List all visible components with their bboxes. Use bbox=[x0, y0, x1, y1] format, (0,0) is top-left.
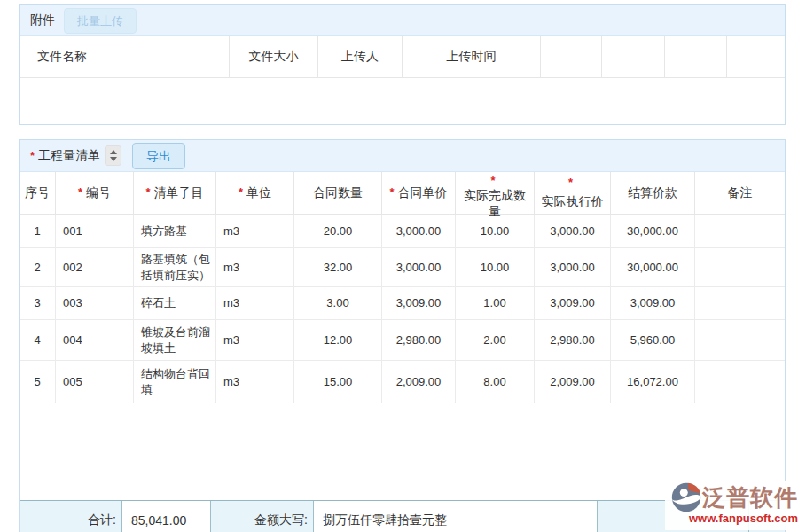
export-button[interactable]: 导出 bbox=[132, 143, 185, 169]
amount-in-words-label: 金额大写: bbox=[211, 501, 314, 532]
sort-spinner-control[interactable] bbox=[105, 145, 121, 166]
boq-column-header: 合同数量 bbox=[294, 172, 382, 214]
boq-table-row[interactable]: 1001填方路基m320.003,000.0010.003,000.0030,0… bbox=[20, 215, 785, 248]
boq-table-cell: m3 bbox=[216, 248, 294, 287]
boq-table-body: 1001填方路基m320.003,000.0010.003,000.0030,0… bbox=[20, 215, 785, 403]
batch-upload-button[interactable]: 批量上传 bbox=[64, 8, 137, 34]
required-asterisk: * bbox=[30, 149, 35, 162]
attachment-column-header: 上传时间 bbox=[403, 36, 541, 77]
boq-table-cell: 12.00 bbox=[294, 320, 382, 361]
boq-table-row[interactable]: 5005结构物台背回填m315.002,009.008.002,009.0016… bbox=[20, 361, 785, 403]
required-asterisk: * bbox=[490, 174, 495, 188]
boq-table-cell bbox=[695, 215, 785, 248]
boq-table-cell: 2,980.00 bbox=[535, 320, 611, 361]
page-left-edge bbox=[4, 0, 4, 532]
boq-table-cell: 3,000.00 bbox=[535, 248, 611, 287]
boq-column-header: *合同单价 bbox=[382, 172, 456, 214]
boq-table-cell: 3,009.00 bbox=[611, 287, 695, 320]
attachment-column-header: 文件大小 bbox=[230, 36, 318, 77]
boq-table-cell: 15.00 bbox=[294, 361, 382, 403]
required-asterisk: * bbox=[78, 185, 82, 200]
attachment-column-header bbox=[541, 36, 602, 77]
boq-column-header: *编号 bbox=[56, 172, 134, 214]
attachment-column-header bbox=[665, 36, 727, 77]
fanpu-logo-icon bbox=[670, 481, 702, 513]
boq-table-cell bbox=[695, 287, 785, 320]
vendor-brand-text: 泛普软件 bbox=[702, 485, 798, 511]
attachment-panel: 附件 批量上传 文件名称文件大小上传人上传时间 bbox=[19, 4, 786, 125]
boq-column-label: 结算价款 bbox=[628, 185, 677, 201]
boq-table-cell: 32.00 bbox=[294, 248, 382, 287]
amount-in-words-field[interactable]: 捌万伍仟零肆拾壹元整 bbox=[314, 501, 598, 532]
boq-table-cell bbox=[695, 361, 785, 403]
boq-column-label: 编号 bbox=[86, 185, 111, 201]
boq-table-cell: 30,000.00 bbox=[611, 215, 695, 248]
sort-down-icon[interactable] bbox=[110, 157, 117, 161]
boq-column-label: 实际执行价 bbox=[542, 194, 604, 210]
boq-table-cell: 30,000.00 bbox=[611, 248, 695, 287]
boq-table-header: 序号*编号*清单子目*单位合同数量*合同单价*实际完成数量*实际执行价结算价款备… bbox=[20, 172, 785, 215]
boq-table-cell: 3,009.00 bbox=[382, 287, 456, 320]
boq-table-cell: 5,960.00 bbox=[611, 320, 695, 361]
required-asterisk: * bbox=[389, 185, 394, 200]
boq-table-cell bbox=[695, 248, 785, 287]
boq-table-cell: 3,000.00 bbox=[535, 215, 611, 248]
boq-table-cell: 填方路基 bbox=[134, 215, 216, 248]
boq-table-cell: 锥坡及台前溜坡填土 bbox=[134, 320, 216, 361]
required-asterisk: * bbox=[568, 176, 573, 190]
boq-table-cell: 20.00 bbox=[294, 215, 382, 248]
vendor-watermark: 泛普软件 www.fanpusoft.com bbox=[665, 481, 798, 530]
total-value-field[interactable]: 85,041.00 bbox=[122, 501, 211, 532]
boq-table-cell: 002 bbox=[56, 248, 134, 287]
boq-column-header: 结算价款 bbox=[611, 172, 695, 214]
boq-column-label: 备注 bbox=[728, 185, 753, 201]
boq-table-cell: 2 bbox=[20, 248, 56, 287]
boq-table-cell: 10.00 bbox=[456, 215, 535, 248]
boq-table-row[interactable]: 2002路基填筑（包括填前压实）m332.003,000.0010.003,00… bbox=[20, 248, 785, 287]
boq-table-cell: 1 bbox=[20, 215, 56, 248]
boq-table-cell: 5 bbox=[20, 361, 56, 403]
boq-panel: * 工程量清单 导出 序号*编号*清单子目*单位合同数量*合同单价*实际完成数量… bbox=[19, 139, 786, 532]
boq-table-cell: 3.00 bbox=[294, 287, 382, 320]
required-asterisk: * bbox=[239, 185, 243, 200]
boq-table-cell: 004 bbox=[56, 320, 134, 361]
boq-panel-header: * 工程量清单 导出 bbox=[20, 140, 785, 172]
boq-table-cell: m3 bbox=[216, 215, 294, 248]
total-label: 合计: bbox=[20, 501, 122, 532]
boq-table-cell: 001 bbox=[56, 215, 134, 248]
boq-table-cell: 8.00 bbox=[456, 361, 535, 403]
boq-table-cell: 3,000.00 bbox=[382, 215, 456, 248]
boq-column-header: *清单子目 bbox=[134, 172, 216, 214]
attachment-column-header: 文件名称 bbox=[20, 36, 230, 77]
boq-table-row[interactable]: 3003碎石土m33.003,009.001.003,009.003,009.0… bbox=[20, 287, 785, 320]
boq-table-cell: 16,072.00 bbox=[611, 361, 695, 403]
boq-table-cell: 路基填筑（包括填前压实） bbox=[134, 248, 216, 287]
boq-table-cell: m3 bbox=[216, 361, 294, 403]
boq-table-cell: 2.00 bbox=[456, 320, 535, 361]
attachment-column-header: 上传人 bbox=[318, 36, 403, 77]
boq-table-cell: m3 bbox=[216, 287, 294, 320]
boq-table-cell: 10.00 bbox=[456, 248, 535, 287]
boq-table-cell: 3,009.00 bbox=[535, 287, 611, 320]
boq-table-cell: 3 bbox=[20, 287, 56, 320]
boq-table-row[interactable]: 4004锥坡及台前溜坡填土m312.002,980.002.002,980.00… bbox=[20, 320, 785, 361]
attachment-panel-header: 附件 批量上传 bbox=[20, 5, 785, 36]
boq-column-header: *实际完成数量 bbox=[456, 172, 535, 214]
boq-column-label: 序号 bbox=[25, 185, 50, 201]
boq-column-label: 合同单价 bbox=[398, 185, 448, 201]
boq-table-cell bbox=[695, 320, 785, 361]
boq-column-label: 单位 bbox=[246, 185, 271, 201]
boq-column-header: *单位 bbox=[216, 172, 294, 214]
boq-table-cell: 2,009.00 bbox=[535, 361, 611, 403]
boq-table-cell: 碎石土 bbox=[134, 287, 216, 320]
boq-table-cell: 3,000.00 bbox=[382, 248, 456, 287]
boq-table-cell: 1.00 bbox=[456, 287, 535, 320]
boq-table-cell: 结构物台背回填 bbox=[134, 361, 216, 403]
attachment-column-header bbox=[602, 36, 665, 77]
required-asterisk: * bbox=[145, 185, 150, 200]
boq-column-label: 合同数量 bbox=[313, 185, 363, 201]
boq-table-cell: m3 bbox=[216, 320, 294, 361]
boq-panel-title: 工程量清单 bbox=[38, 148, 100, 164]
sort-up-icon[interactable] bbox=[110, 150, 117, 154]
attachment-table-empty-body bbox=[20, 78, 785, 125]
